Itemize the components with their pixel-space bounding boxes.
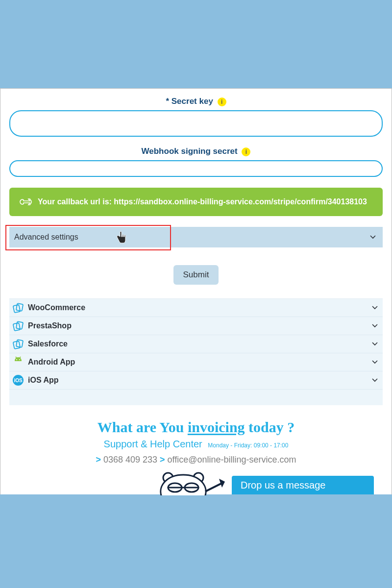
integration-row[interactable]: Android App bbox=[9, 353, 383, 371]
settings-panel: * Secret key i Webhook signing secret i … bbox=[0, 88, 392, 494]
integration-label: Salesforce bbox=[28, 340, 68, 348]
cards-icon bbox=[12, 320, 24, 332]
chevron-right-icon: > bbox=[96, 455, 101, 465]
mascot-icon bbox=[156, 472, 225, 495]
footer-bottom: Drop us a message bbox=[9, 470, 383, 494]
callback-text: Your callback url is: https://sandbox.on… bbox=[38, 197, 367, 206]
webhook-secret-label-text: Webhook signing secret bbox=[142, 147, 238, 156]
required-mark: * bbox=[166, 97, 169, 106]
top-spacer bbox=[0, 0, 392, 88]
chevron-down-icon bbox=[370, 234, 376, 241]
chevron-down-icon bbox=[372, 341, 378, 347]
chevron-down-icon bbox=[372, 359, 378, 366]
callback-url: https://sandbox.online-billing-service.c… bbox=[114, 197, 367, 206]
integration-row[interactable]: iOSiOS App bbox=[9, 371, 383, 390]
submit-button[interactable]: Submit bbox=[173, 265, 219, 285]
integration-label: WooCommerce bbox=[28, 303, 85, 312]
cards-icon bbox=[12, 338, 24, 350]
integration-row[interactable]: Salesforce bbox=[9, 335, 383, 353]
phone-link[interactable]: 0368 409 233 bbox=[103, 455, 157, 465]
integration-row[interactable]: WooCommerce bbox=[9, 299, 383, 317]
chevron-down-icon bbox=[372, 377, 378, 384]
callback-banner: Your callback url is: https://sandbox.on… bbox=[9, 188, 383, 216]
webhook-secret-input[interactable] bbox=[9, 160, 383, 177]
integration-label: iOS App bbox=[28, 376, 59, 385]
bottom-spacer bbox=[0, 494, 392, 588]
svg-line-9 bbox=[20, 357, 21, 358]
advanced-settings-label: Advanced settings bbox=[14, 233, 78, 242]
advanced-settings-toggle[interactable]: Advanced settings bbox=[9, 227, 383, 247]
tagline-under: invoicing bbox=[188, 419, 245, 435]
integrations-footer-space bbox=[9, 390, 383, 405]
android-icon bbox=[12, 356, 24, 368]
integrations-list: WooCommercePrestaShopSalesforceAndroid A… bbox=[9, 298, 383, 390]
advanced-settings-wrap: Advanced settings bbox=[9, 227, 383, 247]
ios-icon: iOS bbox=[12, 374, 24, 386]
svg-point-6 bbox=[16, 359, 17, 360]
secret-key-label-text: Secret key bbox=[172, 97, 213, 106]
info-icon[interactable]: i bbox=[242, 147, 250, 156]
integration-row[interactable]: PrestaShop bbox=[9, 317, 383, 335]
integration-label: PrestaShop bbox=[28, 321, 72, 330]
svg-text:iOS: iOS bbox=[14, 378, 23, 383]
contact-line: > 0368 409 233 > office@online-billing-s… bbox=[9, 455, 383, 465]
tagline-pre: What are You bbox=[98, 419, 188, 435]
footer: What are You invoicing today ? Support &… bbox=[9, 405, 383, 494]
info-icon[interactable]: i bbox=[218, 98, 226, 106]
support-label[interactable]: Support & Help Center bbox=[104, 439, 202, 449]
chevron-right-icon: > bbox=[160, 455, 168, 465]
svg-line-8 bbox=[16, 357, 17, 358]
secret-key-label: * Secret key i bbox=[9, 97, 383, 106]
secret-key-input[interactable] bbox=[9, 110, 383, 137]
drop-message-button[interactable]: Drop us a message bbox=[232, 476, 374, 494]
chevron-down-icon bbox=[372, 322, 378, 329]
chevron-down-icon bbox=[372, 304, 378, 311]
callback-prefix: Your callback url is: bbox=[38, 197, 114, 206]
pointing-hand-icon bbox=[19, 196, 32, 207]
email-link[interactable]: office@online-billing-service.com bbox=[168, 455, 296, 465]
submit-wrap: Submit bbox=[9, 265, 383, 285]
footer-tagline: What are You invoicing today ? bbox=[9, 419, 383, 436]
webhook-secret-label: Webhook signing secret i bbox=[9, 147, 383, 156]
integration-label: Android App bbox=[28, 358, 75, 367]
tagline-post: today ? bbox=[245, 419, 295, 435]
cards-icon bbox=[12, 302, 24, 314]
svg-point-7 bbox=[19, 359, 20, 360]
support-line: Support & Help Center Monday - Friday: 0… bbox=[9, 439, 383, 450]
support-hours: Monday - Friday: 09:00 - 17:00 bbox=[208, 442, 288, 449]
